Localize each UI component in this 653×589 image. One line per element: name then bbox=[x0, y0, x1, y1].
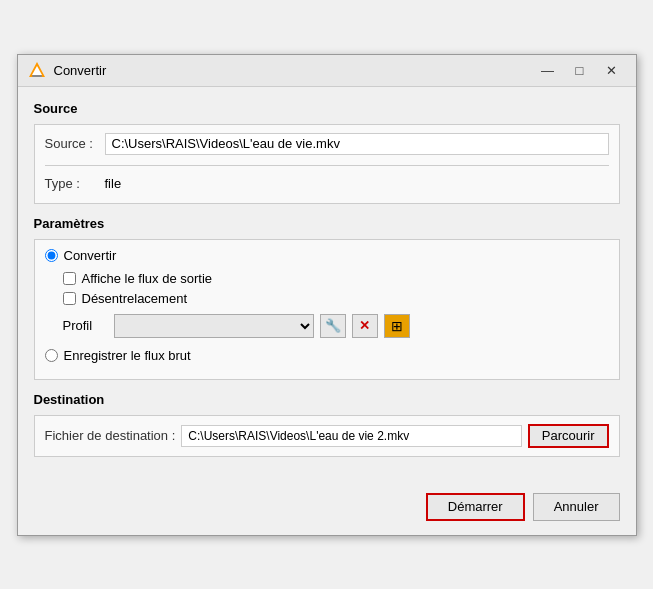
convert-label: Convertir bbox=[64, 248, 117, 263]
parcourir-button[interactable]: Parcourir bbox=[528, 424, 609, 448]
type-label: Type : bbox=[45, 176, 105, 191]
destination-field-row: Fichier de destination : Parcourir bbox=[45, 424, 609, 448]
window-title: Convertir bbox=[54, 63, 534, 78]
source-section: Source Source : Type : file bbox=[34, 101, 620, 204]
flux-checkbox-row: Affiche le flux de sortie bbox=[63, 271, 609, 286]
profil-select[interactable] bbox=[114, 314, 314, 338]
window-controls: — □ ✕ bbox=[534, 60, 626, 80]
content-area: Source Source : Type : file Paramètres bbox=[18, 87, 636, 485]
convert-radio-row: Convertir bbox=[45, 248, 609, 263]
params-section: Paramètres Convertir Affiche le flux de … bbox=[34, 216, 620, 380]
desentrelacement-checkbox[interactable] bbox=[63, 292, 76, 305]
enregistrer-radio-row: Enregistrer le flux brut bbox=[45, 348, 609, 363]
wrench-button[interactable]: 🔧 bbox=[320, 314, 346, 338]
minimize-button[interactable]: — bbox=[534, 60, 562, 80]
delete-icon: ✕ bbox=[359, 318, 370, 333]
maximize-button[interactable]: □ bbox=[566, 60, 594, 80]
destination-section: Destination Fichier de destination : Par… bbox=[34, 392, 620, 457]
type-value: file bbox=[105, 176, 609, 191]
main-window: Convertir — □ ✕ Source Source : Type : bbox=[17, 54, 637, 536]
flux-label: Affiche le flux de sortie bbox=[82, 271, 213, 286]
bottom-bar: Démarrer Annuler bbox=[18, 485, 636, 535]
vlc-icon bbox=[28, 61, 46, 79]
wrench-icon: 🔧 bbox=[325, 318, 341, 333]
enregistrer-radio[interactable] bbox=[45, 349, 58, 362]
convert-radio[interactable] bbox=[45, 249, 58, 262]
grid-icon: ⊞ bbox=[391, 318, 403, 334]
destination-box: Fichier de destination : Parcourir bbox=[34, 415, 620, 457]
destination-file-label: Fichier de destination : bbox=[45, 428, 176, 443]
destination-input[interactable] bbox=[181, 425, 521, 447]
params-box: Convertir Affiche le flux de sortie Dése… bbox=[34, 239, 620, 380]
desentrelacement-checkbox-row: Désentrelacement bbox=[63, 291, 609, 306]
flux-checkbox[interactable] bbox=[63, 272, 76, 285]
source-label: Source : bbox=[45, 136, 105, 151]
source-divider bbox=[45, 165, 609, 166]
grid-button[interactable]: ⊞ bbox=[384, 314, 410, 338]
annuler-button[interactable]: Annuler bbox=[533, 493, 620, 521]
source-input[interactable] bbox=[105, 133, 609, 155]
source-field-row: Source : bbox=[45, 133, 609, 155]
desentrelacement-label: Désentrelacement bbox=[82, 291, 188, 306]
source-section-label: Source bbox=[34, 101, 620, 116]
profil-label: Profil bbox=[63, 318, 108, 333]
source-box: Source : Type : file bbox=[34, 124, 620, 204]
profil-row: Profil 🔧 ✕ ⊞ bbox=[63, 314, 609, 338]
source-input-wrapper bbox=[105, 133, 609, 155]
destination-section-label: Destination bbox=[34, 392, 620, 407]
svg-rect-2 bbox=[32, 75, 42, 77]
demarrer-button[interactable]: Démarrer bbox=[426, 493, 525, 521]
params-section-label: Paramètres bbox=[34, 216, 620, 231]
enregistrer-label: Enregistrer le flux brut bbox=[64, 348, 191, 363]
title-bar: Convertir — □ ✕ bbox=[18, 55, 636, 87]
delete-profile-button[interactable]: ✕ bbox=[352, 314, 378, 338]
close-button[interactable]: ✕ bbox=[598, 60, 626, 80]
type-field-row: Type : file bbox=[45, 176, 609, 191]
